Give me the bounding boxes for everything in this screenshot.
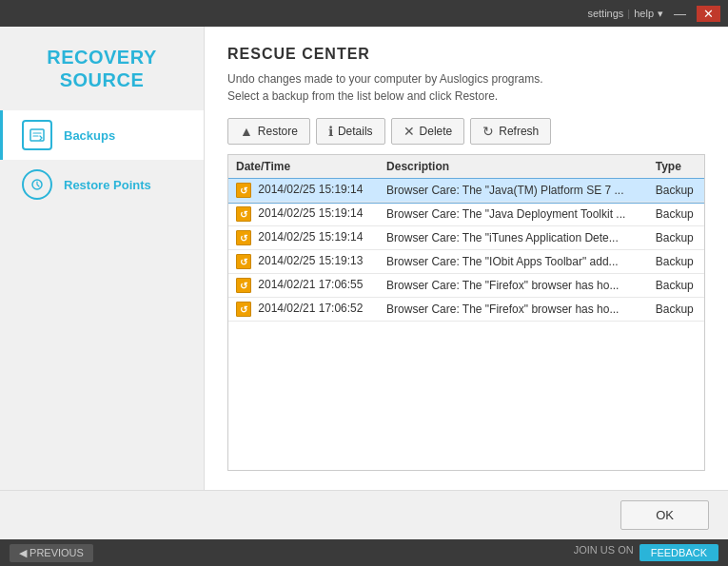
main-content: RESCUE CENTER Undo changes made to your …	[205, 27, 728, 490]
details-button[interactable]: ℹ Details	[316, 118, 385, 145]
top-bar: settings | help ▾ — ✕	[0, 0, 728, 27]
row-type: Backup	[648, 179, 704, 203]
close-button[interactable]: ✕	[697, 6, 720, 22]
feedback-button[interactable]: FEEDBACK	[639, 544, 718, 561]
bottom-strip: ◀ PREVIOUS JOIN US ON FEEDBACK	[0, 539, 728, 566]
details-icon: ℹ	[328, 124, 333, 139]
col-type: Type	[648, 155, 704, 179]
bottom-bar: OK	[0, 490, 728, 539]
section-title: RESCUE CENTER	[227, 46, 705, 63]
row-type: Backup	[648, 203, 704, 226]
ok-button[interactable]: OK	[620, 500, 709, 530]
sidebar: RECOVERY SOURCE Backups	[0, 27, 205, 490]
bottom-strip-right: JOIN US ON FEEDBACK	[574, 544, 718, 561]
top-bar-links: settings | help ▾	[587, 8, 663, 20]
row-icon	[236, 230, 251, 245]
table-row[interactable]: 2014/02/21 17:06:52Browser Care: The "Fi…	[228, 298, 704, 322]
row-description: Browser Care: The "Firefox" browser has …	[379, 274, 648, 298]
restore-button[interactable]: ▲ Restore	[227, 118, 310, 145]
table-row[interactable]: 2014/02/25 15:19:14Browser Care: The "Ja…	[228, 179, 704, 203]
help-link[interactable]: help	[634, 8, 654, 19]
table-row[interactable]: 2014/02/25 15:19:14Browser Care: The "iT…	[228, 226, 704, 250]
delete-icon: ✕	[403, 124, 415, 139]
row-icon	[236, 302, 251, 317]
toolbar: ▲ Restore ℹ Details ✕ Delete ↻ Refresh	[227, 118, 705, 145]
settings-link[interactable]: settings	[587, 8, 623, 19]
row-description: Browser Care: The "Java Deployment Toolk…	[379, 203, 648, 226]
table-header: Date/Time Description Type	[228, 155, 704, 179]
backups-icon	[22, 120, 52, 150]
row-type: Backup	[648, 226, 704, 250]
delete-button[interactable]: ✕ Delete	[391, 118, 465, 145]
backup-table[interactable]: Date/Time Description Type 2014/02/25 15…	[227, 154, 705, 471]
minimize-button[interactable]: —	[669, 6, 691, 22]
sidebar-item-restore-points[interactable]: Restore Points	[0, 160, 204, 209]
row-description: Browser Care: The "iTunes Application De…	[379, 226, 648, 250]
table-row[interactable]: 2014/02/25 15:19:13Browser Care: The "IO…	[228, 250, 704, 274]
row-description: Browser Care: The "IObit Apps Toolbar" a…	[379, 250, 648, 274]
sidebar-item-backups[interactable]: Backups	[0, 110, 204, 160]
row-type: Backup	[648, 250, 704, 274]
row-type: Backup	[648, 274, 704, 298]
backups-label: Backups	[64, 128, 115, 143]
restore-icon: ▲	[240, 124, 253, 139]
restore-points-icon	[22, 169, 52, 200]
row-icon	[236, 278, 251, 293]
col-description: Description	[379, 155, 648, 179]
bottom-strip-left: ◀ PREVIOUS	[10, 544, 93, 562]
sidebar-title: RECOVERY SOURCE	[0, 46, 204, 110]
row-icon	[236, 183, 251, 198]
col-datetime: Date/Time	[228, 155, 379, 179]
refresh-button[interactable]: ↻ Refresh	[470, 118, 551, 145]
restore-points-label: Restore Points	[64, 178, 151, 192]
help-arrow: ▾	[658, 8, 663, 20]
section-desc: Undo changes made to your computer by Au…	[227, 70, 705, 105]
row-description: Browser Care: The "Firefox" browser has …	[379, 298, 648, 322]
refresh-icon: ↻	[482, 124, 494, 139]
join-label: JOIN US ON	[574, 544, 634, 561]
table-row[interactable]: 2014/02/25 15:19:14Browser Care: The "Ja…	[228, 203, 704, 226]
svg-rect-0	[30, 129, 44, 141]
previous-button[interactable]: ◀ PREVIOUS	[10, 544, 93, 562]
row-description: Browser Care: The "Java(TM) Platform SE …	[379, 179, 648, 203]
row-type: Backup	[648, 298, 704, 322]
row-icon	[236, 206, 251, 222]
table-row[interactable]: 2014/02/21 17:06:55Browser Care: The "Fi…	[228, 274, 704, 298]
row-icon	[236, 254, 251, 269]
